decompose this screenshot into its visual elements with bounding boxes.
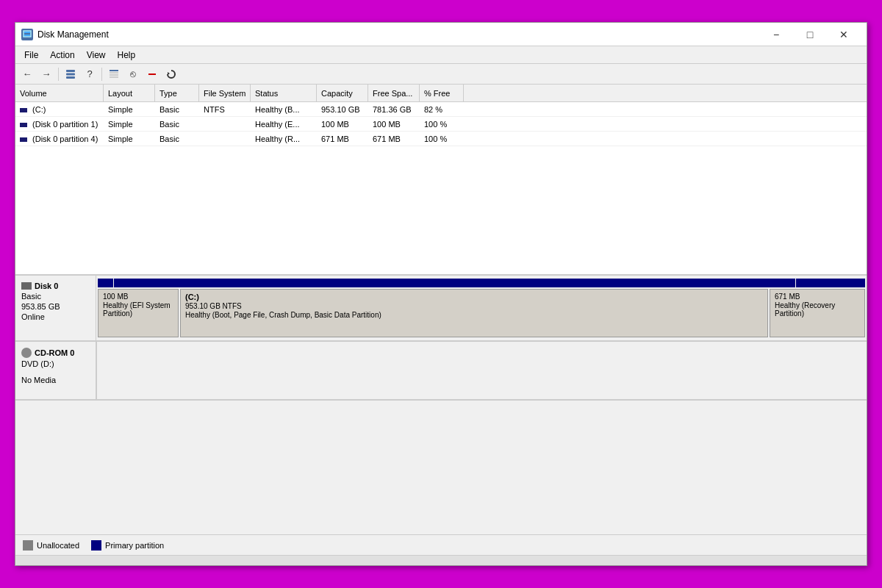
cell-fs-0: NTFS (199, 104, 251, 115)
cell-capacity-2: 671 MB (317, 133, 368, 145)
svg-rect-10 (148, 74, 156, 75)
legend-swatch-unalloc (23, 540, 33, 551)
toolbar: ← → ? ⎋ (15, 64, 867, 85)
disk-0-size: 953.85 GB (21, 302, 90, 311)
cell-fs-2 (199, 137, 251, 140)
cell-capacity-0: 953.10 GB (317, 104, 368, 115)
minimize-button[interactable]: − (759, 23, 793, 46)
cdrom-0-area (96, 342, 867, 399)
title-bar-controls: − □ ✕ (759, 23, 861, 46)
toolbar-separator-1 (58, 68, 59, 81)
cell-type-0: Basic (155, 104, 199, 115)
cell-volume-2: (Disk 0 partition 4) (15, 133, 104, 145)
cell-volume-1: (Disk 0 partition 1) (15, 118, 104, 130)
partition-rec-desc: Healthy (Recovery Partition) (775, 301, 860, 318)
title-bar: Disk Management − □ ✕ (15, 23, 867, 46)
legend-unallocated: Unallocated (23, 540, 79, 551)
col-header-volume[interactable]: Volume (15, 85, 104, 101)
cell-volume-0: (C:) (15, 104, 104, 115)
legend-swatch-primary (91, 540, 101, 551)
cell-fs-1 (199, 123, 251, 126)
disk-drive-icon (21, 282, 32, 290)
col-header-layout[interactable]: Layout (104, 85, 155, 101)
cancel-button[interactable] (143, 66, 161, 82)
col-header-fs[interactable]: File System (199, 85, 251, 101)
app-icon (21, 29, 33, 40)
partition-recovery[interactable]: 671 MB Healthy (Recovery Partition) (770, 289, 865, 337)
main-window: Disk Management − □ ✕ File Action View H… (15, 22, 867, 566)
svg-rect-3 (66, 70, 75, 72)
list-header: Volume Layout Type File System Status Ca… (15, 85, 867, 102)
eject-button[interactable]: ⎋ (124, 66, 142, 82)
rescan-button[interactable] (162, 66, 180, 82)
scrollbar-area[interactable] (15, 555, 867, 565)
cell-freespace-0: 781.36 GB (368, 104, 420, 115)
col-header-status[interactable]: Status (251, 85, 317, 101)
cdrom-0-section: CD-ROM 0 DVD (D:) No Media (15, 342, 867, 401)
col-header-pctfree[interactable]: % Free (420, 85, 464, 101)
table-row[interactable]: (Disk 0 partition 4) Simple Basic Health… (15, 132, 867, 146)
close-button[interactable]: ✕ (827, 23, 861, 46)
disk-0-section: Disk 0 Basic 953.85 GB Online (15, 276, 867, 342)
volume-icon (20, 123, 27, 127)
cell-status-0: Healthy (B... (251, 104, 317, 115)
disk-list-button[interactable] (62, 66, 79, 82)
cell-pctfree-2: 100 % (420, 133, 464, 145)
list-body: (C:) Simple Basic NTFS Healthy (B... 953… (15, 102, 867, 274)
cell-freespace-2: 671 MB (368, 133, 420, 145)
cell-layout-1: Simple (104, 118, 155, 130)
cdrom-0-type: DVD (D:) (21, 359, 90, 368)
back-button[interactable]: ← (18, 66, 36, 82)
cdrom-0-name: CD-ROM 0 (21, 348, 90, 358)
cell-pctfree-1: 100 % (420, 118, 464, 130)
disk-0-bar-c (114, 279, 795, 287)
disk-0-type: Basic (21, 292, 90, 301)
toolbar-separator-2 (101, 68, 102, 81)
partition-efi-desc: Healthy (EFI System Partition) (103, 301, 173, 318)
title-bar-left: Disk Management (21, 29, 109, 40)
spacer-area (15, 401, 867, 534)
svg-rect-5 (66, 76, 75, 79)
partition-c[interactable]: (C:) 953.10 GB NTFS Healthy (Boot, Page … (180, 289, 768, 337)
partition-efi-size: 100 MB (103, 293, 173, 301)
menu-help[interactable]: Help (112, 49, 142, 62)
table-row[interactable]: (Disk 0 partition 1) Simple Basic Health… (15, 117, 867, 132)
partition-c-size: 953.10 GB NTFS (185, 302, 763, 310)
menu-bar: File Action View Help (15, 46, 867, 64)
disk-0-bar-efi (98, 279, 113, 287)
cell-freespace-1: 100 MB (368, 118, 420, 130)
legend-bar: Unallocated Primary partition (15, 534, 867, 555)
cdrom-drive-icon (21, 348, 32, 358)
partition-efi[interactable]: 100 MB Healthy (EFI System Partition) (98, 289, 179, 337)
help-button[interactable]: ? (81, 66, 98, 82)
disk-props-button[interactable] (105, 66, 123, 82)
menu-file[interactable]: File (18, 49, 44, 62)
svg-marker-11 (168, 72, 170, 75)
main-area: Volume Layout Type File System Status Ca… (15, 85, 867, 565)
col-header-freespace[interactable]: Free Spa... (368, 85, 420, 101)
disk-0-status: Online (21, 312, 90, 321)
menu-view[interactable]: View (81, 49, 112, 62)
cdrom-0-status: No Media (21, 376, 90, 384)
col-header-capacity[interactable]: Capacity (317, 85, 368, 101)
cell-status-1: Healthy (E... (251, 118, 317, 130)
disk-0-name: Disk 0 (21, 282, 90, 290)
partition-c-name: (C:) (185, 293, 763, 301)
maximize-button[interactable]: □ (793, 23, 827, 46)
cell-status-2: Healthy (R... (251, 133, 317, 145)
menu-action[interactable]: Action (44, 49, 80, 62)
svg-rect-9 (110, 76, 118, 78)
cell-pctfree-0: 82 % (420, 104, 464, 115)
cdrom-0-label: CD-ROM 0 DVD (D:) No Media (15, 342, 96, 399)
cell-layout-0: Simple (104, 104, 155, 115)
svg-rect-1 (24, 32, 30, 33)
disk-0-bar-rec (796, 279, 865, 287)
legend-primary: Primary partition (91, 540, 164, 551)
partition-c-desc: Healthy (Boot, Page File, Crash Dump, Ba… (185, 311, 763, 319)
svg-rect-2 (24, 35, 30, 36)
col-header-type[interactable]: Type (155, 85, 199, 101)
table-row[interactable]: (C:) Simple Basic NTFS Healthy (B... 953… (15, 102, 867, 117)
volume-icon (20, 137, 27, 142)
cell-type-2: Basic (155, 133, 199, 145)
forward-button[interactable]: → (37, 66, 55, 82)
